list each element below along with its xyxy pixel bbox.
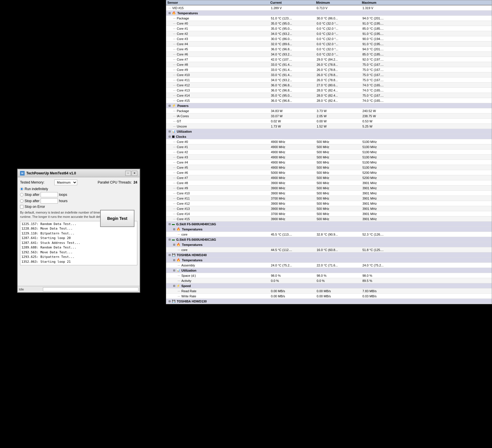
table-row[interactable]: ⊟📊Utilization: [166, 129, 492, 134]
expand-icon[interactable]: ⊟: [173, 228, 175, 231]
stop-after-loops-radio[interactable]: [20, 193, 23, 196]
max-value: 5100 MHz: [361, 166, 407, 169]
log-entry: 1352.063: Starting loop 21: [21, 260, 136, 264]
row-label: —core: [167, 233, 270, 236]
min-value: 32.8 °C (90.9...: [316, 233, 361, 236]
expand-icon[interactable]: ⊟: [173, 259, 175, 262]
memtest-log[interactable]: 1225.157: Random Data Test...1228.063: M…: [20, 221, 137, 265]
stop-after-loops-row[interactable]: Stop after loops: [20, 192, 137, 197]
row-name-text: Temperatures: [177, 11, 198, 15]
begin-test-button[interactable]: Begin Test: [100, 210, 134, 227]
tree-line: —: [173, 22, 176, 25]
stop-after-hours-radio[interactable]: [20, 199, 23, 203]
table-row: —Core #153900 MHz500 MHz3901 MHz: [166, 216, 492, 222]
current-value: 36.0 °C (96.8...: [270, 99, 316, 102]
current-value: 51.0 °C (123....: [270, 17, 316, 20]
tree-line: —: [173, 53, 176, 56]
expand-icon[interactable]: ⊟: [168, 300, 171, 303]
table-row: —Core #1336.0 °C (96.8...28.0 °C (82.4..…: [166, 88, 492, 93]
max-value: 3901 MHz: [361, 212, 407, 216]
row-label: —Core #6: [167, 171, 270, 174]
tree-line: —: [173, 202, 176, 205]
table-row[interactable]: ⊟💾TOSHIBA HDWD240: [166, 252, 492, 258]
titlebar-controls[interactable]: − ✕: [125, 171, 137, 176]
row-name-text: Core #4: [177, 161, 188, 164]
tree-line: —: [173, 32, 176, 35]
expand-icon[interactable]: ⊟: [168, 135, 171, 138]
current-value: 4900 MHz: [270, 161, 316, 164]
clocks-icon: ▦: [172, 135, 174, 138]
row-label: —Core #8: [167, 181, 270, 185]
expand-icon[interactable]: ⊟: [168, 223, 171, 226]
expand-icon[interactable]: ⊟: [173, 284, 175, 287]
row-label: —Uncore: [167, 125, 270, 128]
current-value: 4900 MHz: [270, 145, 316, 149]
tree-line: —: [173, 99, 176, 102]
row-label: —IA Cores: [167, 114, 270, 118]
row-name-text: Core #1: [177, 145, 188, 149]
row-label: —Package: [167, 109, 270, 113]
table-row: —Core #933.0 °C (91.4...26.0 °C (78.8...…: [166, 67, 492, 72]
min-value: 500 MHz: [316, 145, 361, 149]
tree-line: —: [173, 120, 176, 123]
stop-after-hours-row[interactable]: Stop after hours: [20, 198, 137, 204]
row-name-text: Temperatures: [182, 228, 203, 231]
table-row[interactable]: ⊟🔥Temperatures: [166, 242, 492, 247]
tree-line: —: [173, 187, 176, 190]
hours-input[interactable]: [41, 198, 58, 204]
row-label: —Activity: [167, 279, 270, 282]
expand-icon[interactable]: ⊟: [168, 254, 171, 256]
minimize-button[interactable]: −: [125, 171, 131, 176]
expand-icon[interactable]: ⊟: [168, 238, 171, 241]
ram-icon: ▬: [172, 238, 175, 241]
table-row[interactable]: ⊟💾TOSHIBA HDWD130: [166, 299, 492, 304]
table-row[interactable]: ⊟📊Utilization: [166, 268, 492, 273]
current-value: 1.73 W: [270, 125, 316, 128]
table-row[interactable]: ⊟▬G.Skill F5-5600U4040C16G: [166, 222, 492, 227]
stop-on-error-row[interactable]: Stop on Error: [20, 205, 137, 209]
close-button[interactable]: ✕: [132, 171, 137, 176]
current-value: 36.0 °C (96.8...: [270, 83, 316, 87]
tree-line: —: [173, 161, 176, 164]
row-label: ⊟🔥Temperatures: [167, 227, 270, 231]
table-row[interactable]: ⊟⚡Speed: [166, 283, 492, 288]
run-indefinitely-row[interactable]: Run indefinitely: [20, 187, 137, 191]
max-value: 5100 MHz: [361, 150, 407, 154]
expand-icon[interactable]: ⊟: [173, 269, 175, 272]
row-name-text: Temperatures: [182, 258, 203, 262]
expand-icon[interactable]: ⊟: [173, 243, 175, 246]
row-label: —Core #12: [167, 83, 270, 87]
tree-line: —: [173, 212, 176, 215]
table-row[interactable]: ⊟⚡Powers: [166, 103, 492, 108]
current-value: 3700 MHz: [270, 197, 316, 200]
max-value: 75.0 °C (167....: [361, 68, 407, 71]
current-value: 42.0 °C (107....: [270, 58, 316, 61]
table-row: —Core #133900 MHz500 MHz3901 MHz: [166, 206, 492, 211]
tree-line: —: [173, 17, 176, 20]
tested-memory-select[interactable]: Maximum: [54, 180, 77, 185]
expand-icon[interactable]: ⊟: [168, 104, 171, 107]
tree-line: —: [173, 84, 176, 87]
stop-on-error-checkbox[interactable]: [20, 205, 23, 208]
column-headers: Sensor Current Minimum Maximum: [166, 0, 492, 5]
min-value: 0.0 °C (32.0 °...: [316, 27, 361, 30]
tree-line: —: [178, 233, 180, 236]
table-row[interactable]: ⊟🔥Temperatures: [166, 258, 492, 263]
current-value: 32.0 °C (89.6...: [270, 42, 316, 46]
row-label: —Core #15: [167, 217, 270, 221]
options-area: Run indefinitely Stop after loops Stop a…: [20, 187, 137, 204]
table-row: —Core #65000 MHz500 MHz5200 MHz: [166, 170, 492, 175]
table-row[interactable]: ⊟▦Clocks: [166, 134, 492, 139]
table-row[interactable]: ⊟▬G.Skill F5-5600U4040C16G: [166, 237, 492, 242]
table-row: —Core #103900 MHz500 MHz3901 MHz: [166, 191, 492, 196]
table-row[interactable]: ⊟🔥Temperatures: [166, 11, 492, 16]
table-row: —IA Cores33.07 W2.05 W238.75 W: [166, 114, 492, 119]
expand-icon[interactable]: ⊟: [168, 12, 171, 15]
run-indefinitely-radio[interactable]: [20, 187, 23, 191]
expand-icon[interactable]: ⊟: [168, 130, 171, 133]
current-value: 33.0 °C (91.4...: [270, 68, 316, 71]
table-row[interactable]: ⊟🔥Temperatures: [166, 227, 492, 232]
loops-input[interactable]: [41, 192, 58, 197]
max-value: 5100 MHz: [361, 145, 407, 149]
current-value: 34.0 °C (93.2...: [270, 78, 316, 82]
